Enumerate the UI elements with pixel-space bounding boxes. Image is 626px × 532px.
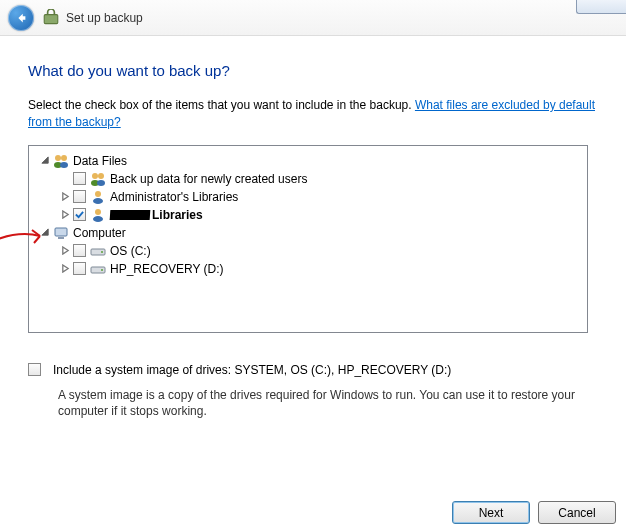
instruction-prefix: Select the check box of the items that y… bbox=[28, 98, 415, 112]
tree-node-hp-recovery[interactable]: HP_RECOVERY (D:) bbox=[33, 260, 583, 278]
svg-point-8 bbox=[97, 180, 105, 186]
svg-point-3 bbox=[61, 155, 67, 161]
svg-point-4 bbox=[60, 162, 68, 168]
svg-point-10 bbox=[93, 198, 103, 204]
back-button[interactable] bbox=[8, 5, 34, 31]
system-image-row: Include a system image of drives: SYSTEM… bbox=[28, 363, 598, 381]
backup-tree: Data Files Back up data for newly create… bbox=[28, 145, 588, 333]
expander-icon[interactable] bbox=[59, 191, 71, 203]
checkbox[interactable] bbox=[73, 262, 86, 275]
user-icon bbox=[90, 189, 106, 205]
expander-icon[interactable] bbox=[59, 245, 71, 257]
arrow-left-icon bbox=[14, 11, 28, 25]
user-icon bbox=[90, 207, 106, 223]
svg-rect-0 bbox=[44, 14, 58, 23]
next-button[interactable]: Next bbox=[452, 501, 530, 524]
page-heading: What do you want to back up? bbox=[28, 62, 598, 79]
checkbox[interactable] bbox=[73, 244, 86, 257]
svg-point-18 bbox=[101, 269, 103, 271]
users-icon bbox=[90, 171, 106, 187]
window-chrome-corner bbox=[576, 0, 626, 14]
titlebar: Set up backup bbox=[0, 0, 626, 36]
tree-label: Administrator's Libraries bbox=[110, 190, 238, 204]
system-image-description: A system image is a copy of the drives r… bbox=[58, 387, 578, 421]
tree-node-computer[interactable]: Computer bbox=[33, 224, 583, 242]
system-image-checkbox[interactable] bbox=[28, 363, 41, 376]
drive-icon bbox=[90, 261, 106, 277]
svg-rect-14 bbox=[58, 237, 64, 239]
svg-rect-13 bbox=[55, 228, 67, 236]
tree-node-new-users[interactable]: Back up data for newly created users bbox=[33, 170, 583, 188]
svg-point-9 bbox=[95, 191, 101, 197]
backup-icon bbox=[42, 9, 60, 27]
wizard-content: What do you want to back up? Select the … bbox=[0, 36, 626, 420]
redacted-username bbox=[110, 210, 151, 220]
svg-point-16 bbox=[101, 251, 103, 253]
drive-icon bbox=[90, 243, 106, 259]
tree-node-data-files[interactable]: Data Files bbox=[33, 152, 583, 170]
system-image-label: Include a system image of drives: SYSTEM… bbox=[53, 363, 451, 377]
tree-label: OS (C:) bbox=[110, 244, 151, 258]
button-bar: Next Cancel bbox=[452, 501, 616, 524]
svg-point-11 bbox=[95, 209, 101, 215]
tree-node-user-libraries[interactable]: Libraries bbox=[33, 206, 583, 224]
tree-node-admin-libraries[interactable]: Administrator's Libraries bbox=[33, 188, 583, 206]
tree-label: Back up data for newly created users bbox=[110, 172, 307, 186]
computer-icon bbox=[53, 225, 69, 241]
users-icon bbox=[53, 153, 69, 169]
cancel-button[interactable]: Cancel bbox=[538, 501, 616, 524]
expander-icon[interactable] bbox=[59, 209, 71, 221]
expander-icon[interactable] bbox=[59, 263, 71, 275]
svg-point-12 bbox=[93, 216, 103, 222]
checkbox[interactable] bbox=[73, 208, 86, 221]
tree-label: Data Files bbox=[73, 154, 127, 168]
svg-point-1 bbox=[55, 155, 61, 161]
tree-label: HP_RECOVERY (D:) bbox=[110, 262, 224, 276]
instruction-text: Select the check box of the items that y… bbox=[28, 97, 598, 131]
tree-node-os-c[interactable]: OS (C:) bbox=[33, 242, 583, 260]
checkbox[interactable] bbox=[73, 172, 86, 185]
expander-icon[interactable] bbox=[39, 227, 51, 239]
tree-label: Libraries bbox=[152, 208, 203, 222]
window-title: Set up backup bbox=[66, 11, 143, 25]
svg-point-5 bbox=[92, 173, 98, 179]
expander-icon[interactable] bbox=[39, 155, 51, 167]
svg-point-7 bbox=[98, 173, 104, 179]
tree-label: Computer bbox=[73, 226, 126, 240]
checkbox[interactable] bbox=[73, 190, 86, 203]
